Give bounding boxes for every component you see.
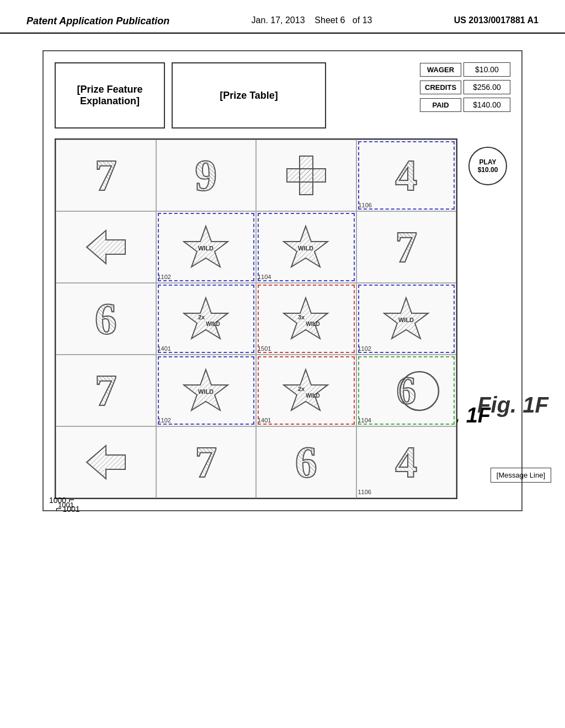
cross-icon	[284, 153, 328, 197]
slot-r2c1: 2x WILD 1401	[156, 283, 257, 355]
svg-marker-12	[184, 298, 228, 339]
header-patent-number: US 2013/0017881 A1	[454, 15, 539, 25]
credits-label: CREDITS	[420, 81, 461, 94]
symbol-7: 7	[95, 151, 117, 201]
symbol-6-r2: 6	[95, 294, 117, 344]
svg-text:WILD: WILD	[298, 245, 313, 251]
ref-1104-r3c3: 1104	[358, 417, 371, 424]
wager-label: WAGER	[420, 63, 461, 77]
figure-outer-box: [Prize Feature Explanation] [Prize Table…	[42, 50, 523, 511]
slot-r3c3: 6 1104	[356, 355, 457, 426]
svg-rect-2	[287, 169, 326, 182]
wild-star-r3c1: WILD	[183, 367, 230, 414]
slot-r4c2: 6	[256, 426, 356, 498]
ref-1102-r1c1: 1102	[158, 274, 171, 280]
stats-column: WAGER $10.00 CREDITS $256.00 PAID $140.0…	[420, 62, 510, 112]
wager-row: WAGER $10.00	[420, 62, 510, 77]
slot-r4c3: 4 1106	[356, 426, 457, 498]
svg-text:WILD: WILD	[306, 393, 320, 399]
ref-1401-r2c1: 1401	[158, 345, 171, 352]
svg-text:WILD: WILD	[198, 245, 214, 251]
slot-r2c0: 6	[56, 283, 156, 355]
slot-r3c1: WILD 1102	[156, 355, 257, 426]
slot-r2c3: WILD 1102	[356, 283, 457, 355]
slot-r3c2: 2x WILD 1401	[256, 355, 356, 426]
wild-2x-r3c2: 2x WILD	[282, 367, 329, 414]
symbol-7-r3: 7	[95, 366, 117, 416]
paid-label: PAID	[420, 98, 461, 112]
slot-r4c0	[56, 426, 156, 498]
svg-marker-31	[87, 446, 125, 479]
wild-star-r2c3: WILD	[383, 296, 430, 342]
svg-text:2x: 2x	[198, 314, 205, 320]
slot-r1c0	[56, 211, 156, 283]
svg-text:WILD: WILD	[206, 321, 220, 327]
ref-1501-r2c2: 1501	[258, 345, 271, 352]
play-button[interactable]: PLAY $10.00	[468, 147, 507, 185]
play-amount: $10.00	[478, 166, 498, 174]
prize-feature-box: [Prize Feature Explanation]	[55, 62, 165, 129]
header-sheet: Sheet 6	[315, 15, 345, 25]
wager-value: $10.00	[463, 62, 510, 77]
header-date: Jan. 17, 2013	[252, 15, 305, 25]
svg-text:2x: 2x	[298, 386, 305, 392]
slot-r0c1: 9	[156, 140, 257, 211]
arrow-left-icon-r4	[84, 443, 128, 481]
ref-1102-r3c1: 1102	[158, 417, 171, 424]
play-label: PLAY	[479, 158, 497, 166]
top-section: [Prize Feature Explanation] [Prize Table…	[55, 62, 510, 129]
svg-marker-26	[284, 370, 328, 410]
paid-row: PAID $140.00	[420, 98, 510, 112]
credits-value: $256.00	[463, 80, 510, 94]
slot-machine-wrapper: PLAY $10.00 [Message Line] Fig. 1F 1001	[55, 138, 457, 499]
slot-grid: 7 9	[56, 140, 456, 498]
svg-point-29	[400, 372, 439, 410]
slot-r1c1: WILD 1102	[156, 211, 257, 283]
header-date-sheet: Jan. 17, 2013 Sheet 6 of 13	[252, 15, 372, 25]
slot-r1c3: 7	[356, 211, 457, 283]
page-header: Patent Application Publication Jan. 17, …	[0, 0, 565, 34]
ref-1106-r0: 1106	[359, 202, 372, 208]
symbol-4-r4: 4	[395, 437, 417, 488]
slot-r4c1: 7	[156, 426, 257, 498]
circle-overlay	[396, 368, 443, 415]
prize-feature-label: [Prize Feature Explanation]	[60, 84, 159, 107]
wild-2x-r2c1: 2x WILD	[183, 296, 230, 342]
slot-r2c2: 3x WILD 1501	[256, 283, 356, 355]
symbol-6-circle: 6	[396, 368, 416, 414]
credits-row: CREDITS $256.00	[420, 80, 510, 94]
arrow-left-icon	[84, 228, 128, 266]
figure-caption: Fig. 1F	[477, 393, 548, 417]
wild-3x-r2c2: 3x WILD	[282, 296, 329, 342]
wild-star-r1c2: WILD	[282, 224, 329, 271]
prize-table-box: [Prize Table]	[172, 62, 326, 129]
slot-machine: 1001 7 9	[55, 138, 457, 499]
svg-text:WILD: WILD	[398, 317, 414, 323]
slot-r0c3: 4 1106	[356, 140, 457, 211]
prize-table-label: [Prize Table]	[220, 90, 278, 101]
symbol-7-r1: 7	[395, 222, 417, 272]
svg-text:3x: 3x	[298, 314, 305, 320]
symbol-9: 9	[195, 151, 217, 201]
slot-r0c0: 7	[56, 140, 156, 211]
header-of: of 13	[353, 15, 372, 25]
play-button-container: PLAY $10.00	[468, 147, 507, 185]
ref-1401-r3c2: 1401	[258, 417, 271, 424]
ref-1000-label: 1000 ⌐	[49, 494, 74, 506]
main-content: [Prize Feature Explanation] [Prize Table…	[0, 34, 565, 528]
slot-r1c2: WILD 1104	[256, 211, 356, 283]
svg-text:WILD: WILD	[198, 388, 214, 395]
svg-text:WILD: WILD	[306, 321, 320, 327]
header-publication-title: Patent Application Publication	[26, 15, 169, 27]
slot-r0c2	[256, 140, 356, 211]
svg-marker-4	[87, 231, 125, 264]
ref-1102-r2c3: 1102	[358, 345, 371, 352]
paid-value: $140.00	[463, 98, 510, 112]
wild-star-r1c1: WILD	[183, 224, 230, 271]
symbol-4: 4	[395, 151, 417, 201]
symbol-7-r4: 7	[195, 437, 217, 488]
ref-1106-r4: 1106	[358, 489, 371, 495]
svg-marker-16	[284, 298, 328, 339]
slot-r3c0: 7	[56, 355, 156, 426]
ref-1104-r1c2: 1104	[258, 274, 271, 280]
